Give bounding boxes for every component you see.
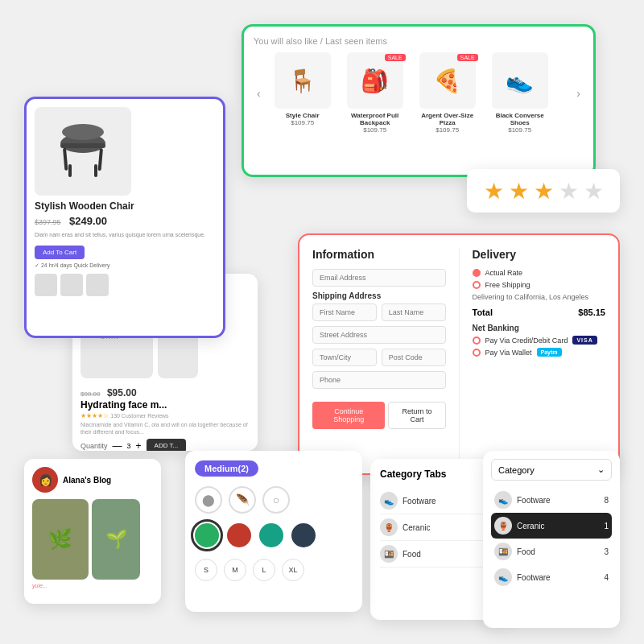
- street-field[interactable]: [312, 326, 446, 344]
- size-s[interactable]: S: [195, 559, 217, 581]
- star-3[interactable]: ★: [534, 178, 554, 204]
- checkout-card: Information Shipping Address Continue Sh…: [298, 233, 620, 475]
- carousel-product-1: 🪑 Style Chair $109.75: [270, 52, 335, 134]
- size-xl[interactable]: XL: [282, 559, 304, 581]
- blog-avatar: 👩: [32, 467, 58, 493]
- actual-rate-radio[interactable]: [473, 269, 481, 277]
- total-value: $85.15: [578, 308, 605, 317]
- phone-field[interactable]: [312, 371, 446, 389]
- svg-rect-3: [98, 148, 103, 171]
- chair-thumb-1[interactable]: [35, 274, 57, 296]
- carousel-items: ‹ 🪑 Style Chair $109.75 SALE 🎒 Waterproo…: [254, 52, 584, 134]
- blog-images: 🌿 🌱: [32, 499, 153, 580]
- dropdown-label-4: Footware: [517, 573, 551, 582]
- star-1[interactable]: ★: [484, 178, 504, 204]
- star-5[interactable]: ★: [584, 178, 604, 204]
- hydrating-title: Hydrating face m...: [80, 399, 250, 411]
- size-l[interactable]: L: [253, 559, 275, 581]
- carousel-products: 🪑 Style Chair $109.75 SALE 🎒 Waterproof …: [270, 52, 568, 134]
- color-teal[interactable]: [259, 523, 283, 547]
- dropdown-avatar-3: 🍱: [494, 543, 512, 560]
- dropdown-label-1: Footware: [517, 496, 551, 505]
- blog-thumb-image: 🌱: [92, 499, 140, 580]
- product-name-3: Argent Over-Size Pizza: [415, 112, 480, 126]
- star-2[interactable]: ★: [509, 178, 529, 204]
- return-cart-button[interactable]: Return to Cart: [388, 402, 445, 429]
- delivery-location: Delivering to California, Los Angeles: [473, 293, 606, 301]
- credit-card-radio[interactable]: [473, 336, 481, 345]
- actual-rate-label: Actual Rate: [485, 269, 523, 277]
- carousel-next-button[interactable]: ›: [573, 87, 584, 100]
- blog-snippet: yule...: [32, 583, 153, 588]
- chevron-down-icon: ⌄: [597, 464, 605, 475]
- last-name-field[interactable]: [382, 303, 446, 321]
- chair-product-card: Stylish Wooden Chair $397.95 $249.00 Dia…: [24, 97, 225, 338]
- category-dropdown-card: Category ⌄ 👟 Footware 8 🏺 Ceranic 1 🍱 Fo…: [483, 451, 620, 628]
- icon-ring-2[interactable]: ○: [262, 486, 290, 514]
- sale-badge: SALE: [385, 54, 406, 61]
- sizes-row: S M L XL: [195, 559, 353, 581]
- color-dark[interactable]: [291, 523, 316, 547]
- add-to-cart-button[interactable]: ADD T...: [147, 439, 187, 451]
- carousel-product-item[interactable]: 🍕 Argent Over-Size Pizza $109.75: [415, 52, 480, 134]
- paytm-badge: Paytm: [537, 348, 562, 357]
- chair-title: Stylish Wooden Chair: [35, 200, 215, 212]
- qty-decrease-button[interactable]: —: [113, 440, 122, 451]
- carousel-product-item[interactable]: 👟 Black Converse Shoes $109.75: [488, 52, 552, 134]
- dropdown-avatar-1: 👟: [494, 491, 512, 509]
- qty-value: 3: [127, 442, 131, 450]
- product-price-1: $109.75: [270, 119, 335, 126]
- icon-ring-1[interactable]: ⬤: [195, 486, 222, 514]
- dropdown-ceranic[interactable]: 🏺 Ceranic 1: [491, 513, 612, 539]
- free-shipping-radio[interactable]: [473, 281, 481, 289]
- carousel-product-4: 👟 Black Converse Shoes $109.75: [488, 52, 552, 134]
- credit-card-option[interactable]: Pay Via Credit/Debit Card VISA: [473, 336, 606, 345]
- town-field[interactable]: [312, 349, 377, 366]
- carousel-prev-button[interactable]: ‹: [254, 87, 264, 100]
- carousel-product-item[interactable]: 🎒 Waterproof Pull Backpack $109.75: [343, 52, 407, 134]
- carousel-product-item[interactable]: 🪑 Style Chair $109.75: [270, 52, 335, 126]
- dropdown-footware-1[interactable]: 👟 Footware 8: [491, 487, 612, 513]
- svg-point-6: [62, 124, 104, 140]
- carousel-subtitle: / Last seen items: [320, 36, 387, 46]
- hydrating-price-old: $90.00: [80, 390, 100, 398]
- blog-author-name: Alana's Blog: [63, 476, 111, 485]
- postcode-field[interactable]: [382, 349, 446, 366]
- color-green[interactable]: [195, 523, 219, 547]
- chair-price-new: $249.00: [69, 215, 107, 227]
- free-shipping-option[interactable]: Free Shipping: [473, 281, 606, 289]
- wallet-radio[interactable]: [473, 349, 481, 357]
- tab-avatar-1: 👟: [380, 492, 398, 510]
- dropdown-footware-2[interactable]: 👟 Footware 4: [491, 564, 612, 590]
- dropdown-count-1: 8: [604, 496, 609, 505]
- shipping-label: Shipping Address: [312, 291, 446, 300]
- dropdown-food[interactable]: 🍱 Food 3: [491, 539, 612, 564]
- chair-price-old: $397.95: [35, 218, 61, 226]
- product-image-1: 🪑: [275, 52, 331, 109]
- actual-rate-option[interactable]: Actual Rate: [473, 269, 606, 277]
- color-red[interactable]: [227, 523, 251, 547]
- carousel-title-text: You will also like: [254, 36, 318, 46]
- chair-thumb-2[interactable]: [60, 274, 83, 296]
- carousel-product-2: SALE 🎒 Waterproof Pull Backpack $109.75: [343, 52, 407, 134]
- email-field[interactable]: [312, 269, 446, 287]
- first-name-field[interactable]: [312, 303, 377, 321]
- dropdown-label-2: Ceranic: [517, 522, 544, 530]
- blog-main-image: 🌿: [32, 499, 89, 580]
- category-dropdown-header[interactable]: Category ⌄: [491, 459, 612, 481]
- section-divider: [459, 248, 460, 460]
- icon-feather[interactable]: 🪶: [229, 486, 256, 514]
- add-to-cart-button[interactable]: Add To Cart: [35, 246, 85, 259]
- free-shipping-label: Free Shipping: [485, 281, 530, 289]
- wallet-option[interactable]: Pay Via Wallet Paytm: [473, 348, 606, 357]
- qty-increase-button[interactable]: +: [136, 440, 142, 451]
- net-banking-label: Net Banking: [473, 324, 606, 332]
- dropdown-count-3: 3: [604, 547, 609, 556]
- chair-thumb-3[interactable]: [86, 274, 109, 296]
- size-badge[interactable]: Medium(2): [195, 460, 258, 477]
- star-4[interactable]: ★: [559, 178, 579, 204]
- proceed-button[interactable]: Continue Shopping: [312, 402, 385, 429]
- chair-svg-icon: [51, 119, 115, 184]
- town-row: [312, 349, 446, 371]
- size-m[interactable]: M: [224, 559, 246, 581]
